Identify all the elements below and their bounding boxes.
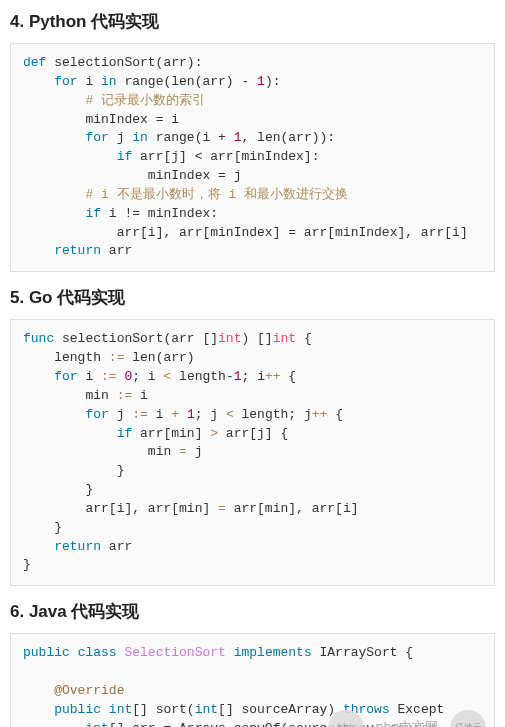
op: ++ [312,407,328,422]
num: 1 [234,369,242,384]
op: := [109,350,125,365]
code-text: } [54,520,62,535]
code-text: arr[j] { [218,426,288,441]
watermark-text: php中文网 [374,718,440,727]
op: := [101,369,117,384]
op: = [179,444,187,459]
watermark-area: php php中文网 亿速云 [328,710,486,727]
code-text: i [148,407,171,422]
kw-if: if [85,206,101,221]
code-text: j [109,130,132,145]
heading-java: 6. Java 代码实现 [10,600,495,623]
code-text: ): [265,74,281,89]
kw-in: in [101,74,117,89]
kw-int: int [195,702,218,717]
code-text: i != minIndex: [101,206,218,221]
code-text: j [187,444,203,459]
kw-def: def [23,55,46,70]
code-text: { [281,369,297,384]
op: < [226,407,234,422]
kw-for: for [85,130,108,145]
code-text: } [85,482,93,497]
code-text: arr[i], arr[minIndex] = arr[minIndex], a… [117,225,468,240]
comment: # 记录最小数的索引 [85,93,205,108]
heading-python: 4. Python 代码实现 [10,10,495,33]
type: int [273,331,296,346]
code-text [226,645,234,660]
code-text: { [398,645,414,660]
kw-return: return [54,243,101,258]
code-text: ) [] [241,331,272,346]
code-block-java: public class SelectionSort implements IA… [10,633,495,727]
code-text: ; i [242,369,265,384]
code-text: j [109,407,132,422]
kw-int: int [85,721,108,727]
code-text: } [117,463,125,478]
code-text: range(i + [148,130,234,145]
code-text: minIndex = j [148,168,242,183]
watermark-badge-yisu-icon: 亿速云 [450,710,486,727]
code-text: i [132,388,148,403]
watermark-badge-php-icon: php [328,710,364,727]
code-text [101,702,109,717]
kw-for: for [54,74,77,89]
code-text: length [54,350,109,365]
code-text [312,645,320,660]
op: := [132,407,148,422]
code-text: min [85,388,116,403]
kw-if: if [117,426,133,441]
kw-int: int [109,702,132,717]
kw-public: public [54,702,101,717]
code-text: arr[min] [132,426,210,441]
code-text: ; i [132,369,163,384]
code-text: i [78,369,101,384]
class-name: SelectionSort [124,645,225,660]
code-text: length- [171,369,233,384]
kw-class: class [78,645,117,660]
code-text: len(arr) [124,350,194,365]
code-text: selectionSort(arr [] [54,331,218,346]
code-text: , len(arr)): [241,130,335,145]
num: 1 [187,407,195,422]
code-text: arr[min], arr[i] [226,501,359,516]
comment: # i 不是最小数时，将 i 和最小数进行交换 [85,187,348,202]
code-text: range(len(arr) - [117,74,257,89]
code-text: } [23,557,31,572]
op: := [117,388,133,403]
kw-implements: implements [234,645,312,660]
op: > [210,426,218,441]
code-text: ; j [195,407,226,422]
code-text: [] sourceArray) [218,702,343,717]
code-text: length; j [234,407,312,422]
code-text: min [148,444,179,459]
type: int [218,331,241,346]
heading-go: 5. Go 代码实现 [10,286,495,309]
num: 1 [257,74,265,89]
kw-if: if [117,149,133,164]
code-text: arr[i], arr[min] [85,501,218,516]
iface-name: IArraySort [320,645,398,660]
kw-return: return [54,539,101,554]
code-text: { [296,331,312,346]
kw-in: in [132,130,148,145]
kw-public: public [23,645,70,660]
code-text: i [78,74,101,89]
code-text: minIndex = i [85,112,179,127]
code-text: arr [101,243,132,258]
kw-for: for [54,369,77,384]
annotation: @Override [54,683,124,698]
code-text [179,407,187,422]
code-text [70,645,78,660]
code-text: [] sort( [132,702,194,717]
op: + [171,407,179,422]
code-block-go: func selectionSort(arr []int) []int { le… [10,319,495,586]
code-block-python: def selectionSort(arr): for i in range(l… [10,43,495,272]
code-text: arr[j] < arr[minIndex]: [132,149,319,164]
kw-func: func [23,331,54,346]
op: = [218,501,226,516]
code-text: { [327,407,343,422]
code-text: arr [101,539,132,554]
op: ++ [265,369,281,384]
kw-for: for [85,407,108,422]
code-text: selectionSort(arr): [46,55,202,70]
